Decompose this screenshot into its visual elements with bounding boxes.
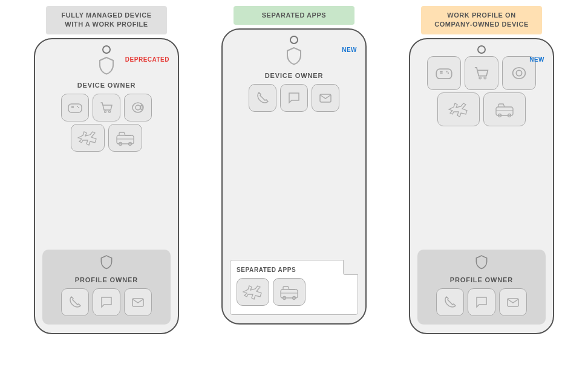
main-container: FULLY MANAGED DEVICEWITH A WORK PROFILE …: [12, 6, 576, 334]
svg-point-26: [479, 77, 481, 79]
svg-point-8: [136, 105, 140, 110]
app-grid-2a: [249, 84, 339, 112]
svg-point-29: [513, 68, 526, 79]
app-icon-mail-1: [124, 288, 152, 316]
app-icon-chat-3: [468, 288, 495, 316]
app-icon-at-1: [124, 94, 152, 121]
app-icon-phone-2: [249, 84, 276, 112]
svg-point-24: [446, 71, 447, 72]
shield-icon-profile-1: [100, 254, 113, 274]
app-icon-taxi-2: [273, 278, 305, 306]
app-icon-plane-3: [437, 92, 480, 126]
profile-owner-title-3: PROFILE OWNER: [450, 276, 513, 283]
device-owner-section-3: [417, 56, 546, 129]
app-grid-separated: [237, 278, 305, 306]
app-icon-cart-1: [93, 94, 120, 121]
profile-owner-section-3: PROFILE OWNER: [417, 250, 546, 325]
separated-apps-box: SEPARATED APPS: [230, 260, 358, 315]
phone-fully-managed: DEPRECATED DEVICE OWNER: [34, 38, 179, 334]
phone-side-btn-4: [365, 126, 367, 144]
phone-left-btn-2: [34, 112, 35, 130]
column-separated-apps: SEPARATED APPS NEW DEVICE OWNER: [209, 6, 379, 325]
app-icon-plane-2: [237, 278, 269, 306]
phone-side-btn-1: [178, 100, 179, 130]
phone-left-btn-3: [221, 78, 223, 96]
column-label-fully-managed: FULLY MANAGED DEVICEWITH A WORK PROFILE: [46, 6, 167, 34]
app-grid-1a: [61, 94, 152, 121]
svg-point-6: [105, 111, 106, 112]
app-grid-profile-3: [436, 288, 527, 316]
phone-side-btn-5: [553, 100, 554, 130]
svg-point-5: [78, 107, 79, 108]
column-label-separated: SEPARATED APPS: [234, 6, 354, 25]
app-icon-taxi-3: [483, 92, 526, 126]
app-icon-cart-3: [465, 56, 498, 90]
app-icon-game-3: [427, 56, 461, 90]
shield-icon-1: [98, 56, 115, 79]
app-icon-mail-2: [312, 84, 339, 112]
phone-separated: NEW DEVICE OWNER: [221, 28, 367, 325]
profile-owner-section-1: PROFILE OWNER: [42, 250, 171, 325]
phone-side-btn-2: [178, 136, 179, 154]
svg-point-27: [484, 77, 486, 79]
shield-icon-2: [286, 47, 302, 69]
separated-apps-box-title: SEPARATED APPS: [237, 267, 296, 273]
svg-point-7: [109, 111, 111, 112]
svg-rect-20: [436, 69, 451, 79]
phone-notch-3: [477, 45, 486, 54]
phone-left-btn-6: [409, 112, 410, 130]
app-icon-taxi-1: [108, 124, 142, 152]
badge-new-3: NEW: [529, 56, 544, 63]
svg-point-28: [516, 70, 521, 76]
app-grid-3a: [427, 56, 536, 90]
app-icon-plane-1: [71, 124, 105, 152]
phone-side-btn-6: [553, 136, 554, 154]
svg-point-25: [448, 73, 449, 74]
badge-new-2: NEW: [342, 47, 357, 53]
app-icon-chat-2: [280, 84, 308, 112]
svg-rect-0: [68, 104, 82, 112]
device-owner-section-2: DEVICE OWNER: [230, 47, 358, 114]
phone-left-btn-5: [409, 88, 410, 106]
phone-notch-1: [102, 45, 111, 54]
device-owner-title-1: DEVICE OWNER: [77, 82, 136, 89]
phone-side-btn-3: [365, 90, 367, 120]
device-owner-section-1: DEVICE OWNER: [42, 56, 171, 154]
shield-icon-profile-3: [475, 254, 488, 274]
phone-left-btn-1: [34, 88, 35, 106]
column-fully-managed: FULLY MANAGED DEVICEWITH A WORK PROFILE …: [22, 6, 191, 334]
badge-deprecated: DEPRECATED: [125, 56, 169, 63]
column-label-work-profile: WORK PROFILE ONCOMPANY-OWNED DEVICE: [421, 6, 542, 34]
device-owner-title-2: DEVICE OWNER: [265, 72, 324, 79]
app-icon-phone-3: [436, 288, 464, 316]
app-icon-phone-1: [61, 288, 89, 316]
app-icon-mail-3: [499, 288, 527, 316]
app-icon-chat-1: [93, 288, 120, 316]
phone-left-btn-4: [221, 102, 223, 120]
app-icon-game-1: [61, 94, 89, 121]
app-grid-3b: [437, 92, 526, 126]
app-grid-1b: [71, 124, 142, 152]
svg-point-4: [77, 106, 78, 107]
column-work-profile-company: WORK PROFILE ONCOMPANY-OWNED DEVICE NEW: [397, 6, 566, 334]
app-grid-profile-1: [61, 288, 152, 316]
profile-owner-title-1: PROFILE OWNER: [75, 276, 138, 283]
phone-work-profile: NEW: [409, 38, 554, 334]
phone-notch-2: [290, 36, 298, 44]
